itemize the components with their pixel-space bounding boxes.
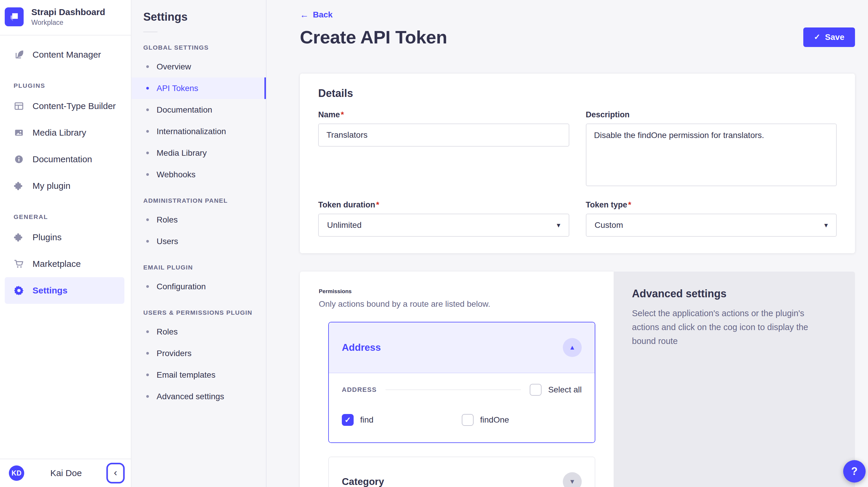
permissions-card: Permissions Only actions bound by a rout… [300, 272, 614, 487]
token-duration-field: Token duration* Unlimited ▾ [318, 200, 569, 237]
subnav-item-label: Webhooks [157, 170, 195, 179]
advanced-settings-description: Select the application's actions or the … [632, 306, 827, 348]
subnav-item-label: Email templates [157, 370, 215, 380]
bullet-icon [146, 352, 149, 355]
sidebar-item-content-manager[interactable]: Content Manager [5, 41, 124, 68]
user-name: Kai Doe [30, 468, 102, 478]
token-type-value: Custom [595, 220, 623, 230]
help-button[interactable]: ? [843, 460, 866, 483]
bullet-icon [146, 152, 149, 154]
info-circle-icon [13, 154, 24, 164]
token-duration-label: Token duration [318, 200, 375, 209]
bullet-icon [146, 330, 149, 333]
select-all-label: Select all [548, 385, 582, 395]
collapse-accordion-button[interactable]: ▲ [563, 338, 582, 357]
subnav-item-label: Documentation [157, 105, 212, 115]
token-type-label: Token type [586, 200, 627, 209]
select-all-checkbox[interactable] [530, 384, 541, 396]
collapse-sidebar-button[interactable]: ‹ [108, 464, 123, 482]
subnav-item-internationalization[interactable]: Internationalization [131, 121, 266, 142]
category-accordion: Category ▼ [328, 457, 595, 487]
sidebar-item-label: Plugins [32, 232, 61, 242]
subnav-item-up-roles[interactable]: Roles [131, 321, 266, 342]
description-label: Description [586, 110, 837, 119]
token-type-select[interactable]: Custom ▾ [586, 214, 837, 237]
sidebar-item-documentation[interactable]: Documentation [5, 146, 124, 173]
subnav-item-advanced-settings[interactable]: Advanced settings [131, 386, 266, 407]
subnav-item-email-templates[interactable]: Email templates [131, 364, 266, 386]
subnav-item-label: Media Library [157, 148, 207, 158]
find-checkbox[interactable]: ✓ [342, 414, 354, 426]
sidebar-footer: KD Kai Doe ‹ [0, 459, 131, 487]
strapi-logo-icon [8, 11, 20, 23]
findone-checkbox[interactable] [462, 414, 473, 426]
token-duration-select[interactable]: Unlimited ▾ [318, 214, 569, 237]
sidebar-item-label: Marketplace [32, 259, 81, 269]
strapi-logo[interactable] [5, 7, 24, 26]
details-heading: Details [318, 87, 837, 99]
description-textarea[interactable]: Disable the findOne permission for trans… [586, 124, 837, 186]
sidebar-item-plugins[interactable]: Plugins [5, 224, 124, 251]
subnav-item-admin-users[interactable]: Users [131, 231, 266, 252]
description-field: Description Disable the findOne permissi… [586, 110, 837, 187]
subnav-item-label: API Tokens [157, 84, 198, 93]
sidebar-item-my-plugin[interactable]: My plugin [5, 173, 124, 199]
sidebar-item-label: Content-Type Builder [32, 101, 116, 111]
main-sidebar: Strapi Dashboard Workplace Content Manag… [0, 0, 131, 487]
caret-down-icon: ▼ [569, 478, 576, 486]
back-arrow-icon: ← [300, 10, 309, 19]
subnav-section-email-plugin: EMAIL PLUGIN [143, 264, 266, 271]
subnav-item-label: Overview [157, 62, 191, 71]
required-asterisk: * [341, 110, 344, 119]
subnav-item-configuration[interactable]: Configuration [131, 276, 266, 297]
subnav-item-label: Roles [157, 327, 178, 337]
category-accordion-header[interactable]: Category ▼ [329, 457, 595, 487]
sidebar-item-settings[interactable]: Settings [5, 277, 124, 304]
subnav-item-label: Configuration [157, 282, 206, 292]
bullet-icon [146, 395, 149, 398]
subnav-item-api-tokens[interactable]: API Tokens [131, 78, 266, 99]
workspace-brand: Strapi Dashboard Workplace [0, 0, 131, 35]
subnav-item-admin-roles[interactable]: Roles [131, 209, 266, 231]
sidebar-item-media-library[interactable]: Media Library [5, 119, 124, 146]
check-icon: ✓ [814, 32, 820, 42]
subnav-title: Settings [143, 11, 266, 23]
subnav-item-overview[interactable]: Overview [131, 56, 266, 78]
subnav-item-documentation[interactable]: Documentation [131, 99, 266, 121]
workspace-subtitle: Workplace [31, 19, 105, 27]
subnav-item-label: Internationalization [157, 127, 226, 136]
advanced-settings-heading: Advanced settings [632, 287, 837, 300]
settings-subnav: Settings GLOBAL SETTINGS Overview API To… [131, 0, 267, 487]
advanced-settings-panel: Advanced settings Select the application… [614, 272, 855, 487]
address-group-label: ADDRESS [342, 386, 377, 394]
subnav-item-label: Roles [157, 215, 178, 224]
details-card: Details Name* Description Disable the fi… [300, 73, 855, 253]
chevron-down-icon: ▾ [824, 221, 828, 229]
bullet-icon [146, 87, 149, 90]
sidebar-item-label: Documentation [32, 154, 92, 164]
save-button[interactable]: ✓ Save [803, 28, 855, 47]
save-button-label: Save [825, 32, 844, 42]
layout-grid-icon [13, 101, 24, 112]
sidebar-item-marketplace[interactable]: Marketplace [5, 251, 124, 277]
subnav-item-media-library[interactable]: Media Library [131, 142, 266, 164]
expand-accordion-button[interactable]: ▼ [563, 472, 582, 487]
bullet-icon [146, 109, 149, 111]
sidebar-item-content-type-builder[interactable]: Content-Type Builder [5, 93, 124, 119]
back-link[interactable]: ← Back [300, 10, 333, 20]
gear-icon [13, 285, 24, 296]
name-input[interactable] [318, 124, 569, 147]
address-accordion-title: Address [342, 342, 381, 353]
bullet-icon [146, 373, 149, 376]
category-accordion-title: Category [342, 476, 384, 487]
subnav-section-global-settings: GLOBAL SETTINGS [143, 44, 266, 51]
permissions-subtitle: Only actions bound by a route are listed… [319, 299, 600, 309]
puzzle-icon [13, 181, 24, 191]
subnav-item-webhooks[interactable]: Webhooks [131, 164, 266, 185]
subnav-item-providers[interactable]: Providers [131, 342, 266, 364]
subnav-item-label: Providers [157, 349, 191, 358]
address-accordion-header[interactable]: Address ▲ [329, 323, 595, 373]
subnav-item-label: Users [157, 237, 178, 246]
workspace-title: Strapi Dashboard [31, 7, 105, 17]
sidebar-item-label: Content Manager [32, 50, 101, 60]
